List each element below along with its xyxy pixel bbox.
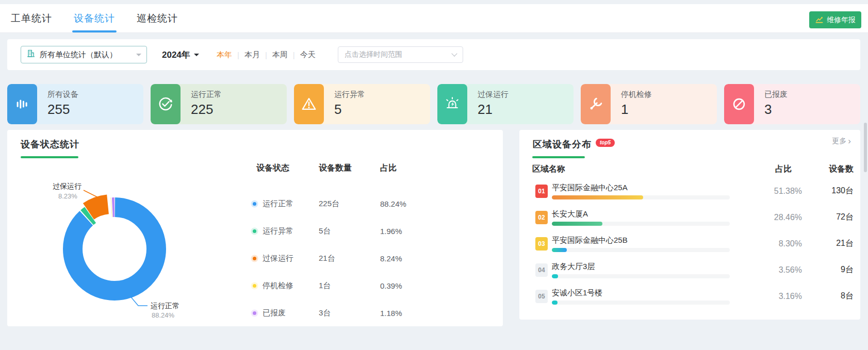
status-name: 停机检修 [263, 281, 293, 291]
stat-card-label: 已报废 [764, 90, 788, 99]
progress-fill [552, 248, 567, 252]
status-table-header: 设备状态 设备数量 占比 [245, 163, 436, 174]
vertical-scrollbar-thumb[interactable] [864, 123, 867, 172]
region-count: 72台 [802, 212, 854, 223]
building-icon [26, 49, 36, 60]
donut-label-overdue: 过保运行 [53, 182, 81, 190]
region-name: 政务大厅3层 [552, 262, 730, 271]
rank-badge: 03 [535, 237, 548, 251]
col-device-count: 设备数量 [319, 163, 380, 174]
tab-inspection-stats[interactable]: 巡检统计 [135, 4, 179, 32]
region-row: 01 平安国际金融中心25A 51.38% 130台 [535, 179, 854, 203]
stat-card-alarm-siren: 过保运行 21 [437, 84, 574, 124]
stat-card-value: 5 [334, 102, 365, 118]
unit-select-value: 所有单位统计（默认） [40, 50, 117, 60]
title-underline [21, 156, 78, 158]
status-percent: 1.18% [380, 309, 432, 318]
status-count: 21台 [319, 254, 380, 263]
region-name: 安诚小区1号楼 [552, 288, 730, 297]
device-bars-icon [7, 84, 37, 124]
col-percent: 占比 [380, 163, 432, 174]
top5-badge: top5 [596, 139, 615, 147]
status-table-row: 过保运行 21台 8.24% [245, 245, 436, 272]
more-label: 更多 [832, 137, 846, 146]
stat-card-row: 所有设备 255 运行正常 225 运行异常 5 过保运行 21 停机检修 1 … [7, 84, 860, 124]
stat-card-value: 3 [764, 102, 788, 118]
check-circle-icon [151, 84, 181, 124]
progress-track [552, 222, 730, 226]
stat-card-value: 21 [478, 102, 509, 118]
caret-down-icon [194, 54, 199, 59]
stat-card-value: 1 [621, 102, 652, 118]
quick-range-today[interactable]: 今天 [295, 50, 321, 60]
region-count: 9台 [802, 264, 854, 275]
region-row: 05 安诚小区1号楼 3.16% 8台 [535, 285, 854, 308]
stat-card-device-bars: 所有设备 255 [7, 84, 143, 124]
region-name: 长安大厦A [552, 209, 730, 218]
status-count: 225台 [319, 199, 380, 209]
progress-fill [552, 195, 643, 199]
donut-slice-0[interactable] [73, 207, 156, 291]
ban-icon [724, 84, 754, 124]
stat-card-label: 停机检修 [621, 90, 652, 99]
region-name: 平安国际金融中心25A [552, 183, 730, 192]
more-link[interactable]: 更多 › [832, 137, 851, 146]
year-select-value: 2024年 [162, 49, 190, 61]
rank-badge: 02 [535, 211, 548, 224]
tab-device-stats[interactable]: 设备统计 [72, 4, 117, 32]
stat-card-wrench: 停机检修 1 [581, 84, 717, 124]
tab-bar: 工单统计设备统计巡检统计 [9, 4, 179, 32]
callout-line-overdue [84, 190, 98, 197]
stat-card-check-circle: 运行正常 225 [151, 84, 287, 124]
region-percent: 51.38% [730, 187, 802, 196]
status-dot [253, 284, 256, 288]
unit-select[interactable]: 所有单位统计（默认） [21, 46, 147, 63]
status-dot [253, 229, 256, 233]
quick-range-this-month[interactable]: 本月 [239, 50, 265, 60]
region-panel-title: 区域设备分布 [533, 138, 592, 151]
rank-badge: 05 [535, 290, 548, 303]
progress-fill [552, 274, 558, 278]
progress-track [552, 301, 730, 305]
region-percent: 3.56% [730, 265, 802, 275]
quick-range-this-week[interactable]: 本周 [267, 50, 293, 60]
chevron-down-icon [451, 51, 457, 56]
region-percent: 28.46% [730, 213, 802, 222]
status-name: 过保运行 [263, 254, 293, 263]
region-count: 130台 [802, 186, 854, 196]
status-dot [253, 311, 256, 315]
status-dot [253, 202, 256, 206]
filter-bar: 所有单位统计（默认） 2024年 本年|本月|本周|今天 点击选择时间范围 [7, 39, 860, 70]
status-table-row: 运行正常 225台 88.24% [245, 190, 436, 218]
tab-work-order-stats[interactable]: 工单统计 [9, 4, 54, 32]
device-status-panel-title: 设备状态统计 [21, 138, 79, 151]
wrench-icon [581, 84, 611, 124]
col-region-percent: 占比 [775, 164, 792, 175]
donut-label-normal-pct: 88.24% [152, 311, 175, 319]
topbar: 工单统计设备统计巡检统计 维修年报 [0, 4, 868, 33]
status-count: 1台 [319, 281, 380, 291]
year-select[interactable]: 2024年 [162, 46, 199, 63]
status-percent: 88.24% [380, 199, 432, 208]
status-percent: 1.96% [380, 227, 432, 236]
stat-card-label: 过保运行 [478, 90, 509, 99]
rank-badge: 01 [535, 185, 548, 198]
stat-card-label: 所有设备 [47, 90, 78, 99]
chevron-right-icon: › [848, 138, 851, 145]
quick-range-group: 本年|本月|本周|今天 [211, 46, 321, 63]
annual-repair-report-button[interactable]: 维修年报 [809, 11, 861, 28]
col-device-status: 设备状态 [245, 163, 319, 174]
warning-triangle-icon [294, 84, 324, 124]
stat-card-label: 运行异常 [334, 90, 365, 99]
region-name: 平安国际金融中心25B [552, 236, 730, 244]
rank-badge: 04 [535, 263, 548, 277]
date-range-picker[interactable]: 点击选择时间范围 [338, 46, 463, 63]
stat-card-label: 运行正常 [191, 90, 222, 99]
status-name: 已报废 [263, 308, 286, 318]
status-table-row: 运行异常 5台 1.96% [245, 218, 436, 245]
device-status-table: 设备状态 设备数量 占比 运行正常 225台 88.24% 运行异常 5台 1.… [245, 163, 436, 327]
quick-range-this-year[interactable]: 本年 [211, 50, 237, 60]
device-status-donut-chart[interactable]: 过保运行 8.23% 运行正常 88.24% [7, 161, 224, 326]
region-row: 03 平安国际金融中心25B 8.30% 21台 [535, 232, 854, 255]
callout-line-normal [130, 296, 148, 306]
